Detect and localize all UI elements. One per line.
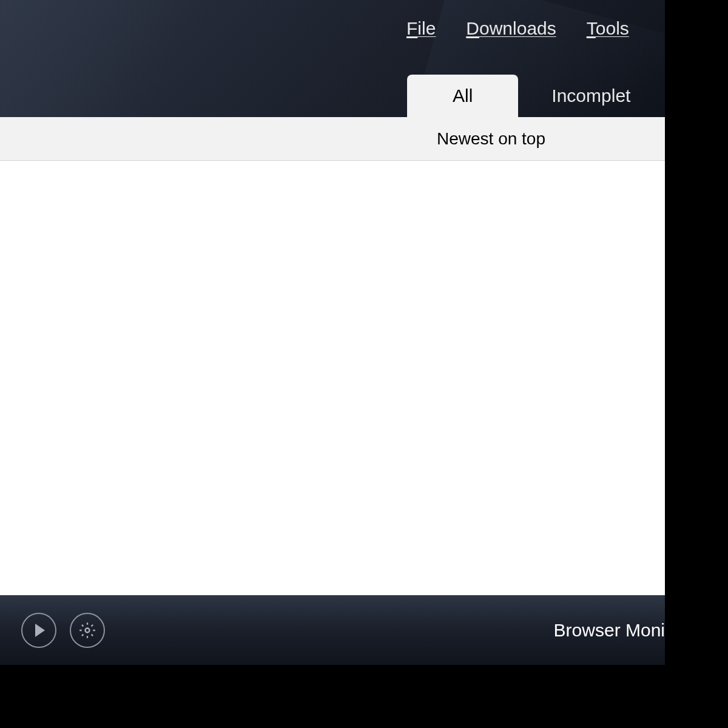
- sort-bar: Newest on top: [0, 117, 665, 161]
- play-icon: [35, 624, 45, 637]
- settings-button[interactable]: [70, 613, 105, 648]
- menu-downloads[interactable]: Downloads: [466, 18, 556, 39]
- footer: Browser Moni: [0, 595, 665, 665]
- menu-file[interactable]: File: [406, 18, 436, 39]
- play-button[interactable]: [21, 613, 56, 648]
- menu-tools[interactable]: Tools: [587, 18, 629, 39]
- tab-all[interactable]: All: [407, 75, 518, 117]
- app-window: File Downloads Tools All Incomplet Newes…: [0, 0, 665, 665]
- content-area: [0, 161, 665, 595]
- svg-point-0: [86, 629, 90, 633]
- footer-icons: [21, 613, 105, 648]
- header: File Downloads Tools All Incomplet: [0, 0, 665, 117]
- tab-incomplete[interactable]: Incomplet: [518, 75, 664, 117]
- sort-dropdown[interactable]: Newest on top: [437, 129, 545, 149]
- tab-bar: All Incomplet: [0, 75, 665, 117]
- menu-bar: File Downloads Tools: [0, 18, 665, 39]
- footer-status: Browser Moni: [554, 620, 665, 641]
- gear-icon: [79, 622, 96, 639]
